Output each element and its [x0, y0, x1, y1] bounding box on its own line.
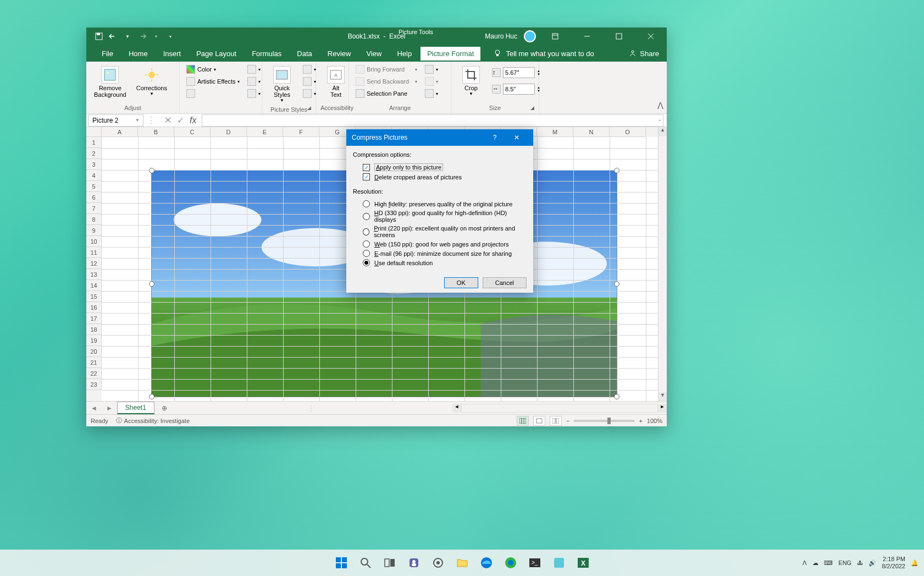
collapse-ribbon-icon[interactable]: ᐱ: [657, 101, 663, 111]
delete-cropped-checkbox[interactable]: ✓: [363, 173, 370, 180]
color-button[interactable]: Color▾: [184, 64, 242, 75]
ok-button[interactable]: OK: [444, 277, 478, 288]
onedrive-icon[interactable]: ☁: [812, 559, 818, 567]
notifications-icon[interactable]: 🔔: [911, 559, 919, 567]
ribbon-display-icon[interactable]: [543, 28, 568, 45]
row-header[interactable]: 14: [86, 280, 102, 291]
tell-me[interactable]: Tell me what you want to do: [494, 50, 594, 58]
row-header[interactable]: 5: [86, 181, 102, 192]
remove-background-button[interactable]: RemoveBackground: [91, 64, 130, 100]
hd-label[interactable]: HD (330 ppi): good quality for high-defi…: [374, 210, 527, 223]
column-header[interactable]: A: [102, 127, 138, 137]
radio-web[interactable]: [363, 240, 370, 248]
crop-button[interactable]: Crop▼: [456, 64, 486, 98]
zoom-level[interactable]: 100%: [647, 418, 662, 424]
row-header[interactable]: 20: [86, 346, 102, 357]
add-sheet-button[interactable]: ⊕: [159, 403, 170, 414]
row-header[interactable]: 4: [86, 170, 102, 181]
width-down[interactable]: ▼: [537, 89, 540, 92]
close-button[interactable]: [638, 28, 663, 45]
radio-print[interactable]: [363, 228, 369, 235]
keyboard-icon[interactable]: ⌨: [824, 559, 833, 567]
qat-customize-icon[interactable]: ▾: [165, 31, 175, 41]
cancel-formula-icon[interactable]: ✕: [164, 115, 171, 125]
resize-handle-e[interactable]: [614, 281, 619, 287]
column-header[interactable]: F: [283, 127, 319, 137]
tab-help[interactable]: Help: [390, 47, 418, 61]
bring-forward-button[interactable]: Bring Forward▾: [353, 64, 419, 75]
row-header[interactable]: 16: [86, 302, 102, 313]
zoom-out-button[interactable]: −: [566, 418, 569, 424]
search-icon[interactable]: [355, 552, 377, 574]
resize-handle-w[interactable]: [149, 281, 154, 287]
row-header[interactable]: 6: [86, 192, 102, 203]
volume-icon[interactable]: 🔊: [868, 559, 876, 567]
tab-data[interactable]: Data: [290, 47, 318, 61]
change-picture-button[interactable]: ▾: [245, 76, 263, 87]
clock[interactable]: 2:18 PM8/2/2022: [882, 556, 905, 570]
selection-pane-button[interactable]: Selection Pane: [353, 88, 419, 99]
tab-page-layout[interactable]: Page Layout: [190, 47, 243, 61]
column-header[interactable]: M: [537, 127, 573, 137]
radio-default[interactable]: [363, 259, 370, 266]
dialog-close-button[interactable]: ✕: [506, 129, 528, 146]
tray-chevron-icon[interactable]: ᐱ: [803, 559, 807, 567]
save-icon[interactable]: [94, 31, 104, 41]
row-header[interactable]: 23: [86, 379, 102, 390]
send-backward-button[interactable]: Send Backward▾: [353, 76, 419, 87]
rotate-button[interactable]: ▾: [423, 88, 440, 99]
undo-dropdown-icon[interactable]: ▼: [123, 31, 132, 41]
row-header[interactable]: 9: [86, 225, 102, 236]
avatar[interactable]: [524, 30, 536, 42]
undo-icon[interactable]: [108, 31, 118, 41]
scroll-up-icon[interactable]: ▲: [659, 127, 667, 136]
row-header[interactable]: 11: [86, 247, 102, 258]
start-button[interactable]: [330, 552, 352, 574]
sheet-tab-sheet1[interactable]: Sheet1: [117, 402, 154, 414]
maximize-button[interactable]: [606, 28, 632, 45]
network-icon[interactable]: 🖧: [857, 559, 863, 566]
row-header[interactable]: 2: [86, 148, 102, 159]
share-button[interactable]: Share: [629, 50, 659, 58]
hscroll-left-icon[interactable]: ◄: [452, 404, 461, 413]
settings-icon[interactable]: [427, 552, 449, 574]
edge-icon[interactable]: [475, 552, 497, 574]
alt-text-button[interactable]: AAltText: [320, 64, 351, 100]
resize-handle-sw[interactable]: [149, 394, 154, 399]
tab-review[interactable]: Review: [321, 47, 358, 61]
tab-home[interactable]: Home: [122, 47, 154, 61]
normal-view-button[interactable]: [517, 416, 529, 426]
teams-icon[interactable]: [403, 552, 425, 574]
row-header[interactable]: 19: [86, 335, 102, 346]
resize-handle-nw[interactable]: [149, 168, 154, 173]
task-view-icon[interactable]: [379, 552, 401, 574]
terminal-icon[interactable]: >_: [524, 552, 546, 574]
username[interactable]: Mauro Huc: [485, 32, 517, 40]
corrections-button[interactable]: Corrections▼: [133, 64, 170, 98]
artistic-effects-button[interactable]: Artistic Effects▾: [184, 76, 242, 87]
app-icon[interactable]: [548, 552, 570, 574]
sheet-nav-prev[interactable]: ◄: [86, 404, 102, 412]
transparency-button[interactable]: [184, 88, 242, 99]
delete-cropped-label[interactable]: Delete cropped areas of pictures: [374, 174, 462, 180]
tab-formulas[interactable]: Formulas: [245, 47, 288, 61]
styles-dialog-launcher[interactable]: ◢: [307, 105, 314, 112]
tab-insert[interactable]: Insert: [157, 47, 188, 61]
column-header[interactable]: B: [138, 127, 174, 137]
namebox-dropdown-icon[interactable]: ▼: [135, 118, 140, 123]
email-label[interactable]: E-mail (96 ppi): minimize document size …: [374, 250, 512, 257]
row-header[interactable]: 1: [86, 137, 102, 148]
align-button[interactable]: ▾: [423, 64, 440, 75]
zoom-in-button[interactable]: +: [639, 418, 642, 424]
select-all-corner[interactable]: [86, 127, 102, 137]
print-label[interactable]: Print (220 ppi): excellent quality on mo…: [374, 225, 527, 238]
formula-input[interactable]: ⌄: [202, 114, 663, 127]
column-header[interactable]: D: [211, 127, 247, 137]
radio-hd[interactable]: [363, 213, 370, 220]
size-dialog-launcher[interactable]: ◢: [530, 105, 537, 112]
column-header[interactable]: C: [174, 127, 211, 137]
redo-dropdown-icon[interactable]: ▼: [151, 31, 161, 41]
fx-icon[interactable]: fx: [190, 116, 196, 125]
sheet-nav-next[interactable]: ►: [102, 404, 117, 412]
column-header[interactable]: O: [610, 127, 646, 137]
